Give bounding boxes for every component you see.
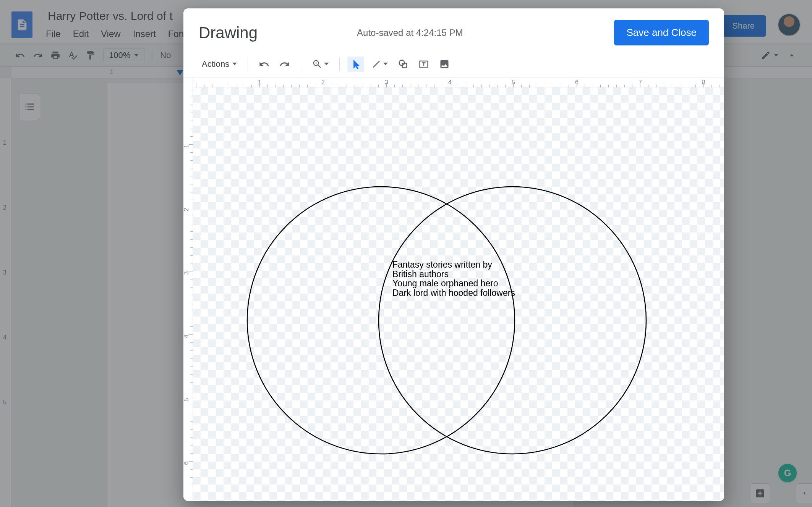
textbox-tool-button[interactable] bbox=[415, 57, 432, 72]
drawing-toolbar: Actions bbox=[183, 55, 724, 78]
shape-icon bbox=[398, 59, 408, 69]
save-and-close-button[interactable]: Save and Close bbox=[614, 20, 709, 45]
drawing-vertical-ruler[interactable]: 1 2 3 4 5 6 bbox=[183, 78, 193, 501]
redo-button[interactable] bbox=[276, 57, 293, 72]
ruler-mark: 4 bbox=[183, 335, 190, 338]
venn-intersection-text[interactable]: Fantasy stories written by British autho… bbox=[392, 260, 515, 297]
actions-menu[interactable]: Actions bbox=[199, 58, 240, 71]
drawing-canvas-area: 1 2 3 4 5 6 7 8 1 2 3 4 5 6 Fantasy stor… bbox=[183, 78, 724, 501]
chevron-down-icon bbox=[232, 63, 237, 65]
line-tool-button[interactable] bbox=[368, 57, 391, 72]
chevron-down-icon bbox=[383, 63, 388, 65]
toolbar-separator bbox=[339, 58, 340, 71]
image-icon bbox=[439, 59, 450, 69]
ruler-mark: 5 bbox=[183, 398, 190, 402]
ruler-mark: 1 bbox=[183, 145, 190, 148]
venn-circle-right[interactable] bbox=[379, 187, 646, 454]
undo-button[interactable] bbox=[256, 57, 272, 72]
toolbar-separator bbox=[301, 58, 301, 71]
shape-tool-button[interactable] bbox=[395, 57, 412, 72]
drawing-canvas[interactable]: Fantasy stories written by British autho… bbox=[193, 87, 724, 501]
drawing-dialog: Drawing Auto-saved at 4:24:15 PM Save an… bbox=[183, 8, 724, 501]
undo-icon bbox=[259, 59, 269, 69]
venn-circle-left[interactable] bbox=[247, 187, 515, 454]
toolbar-separator bbox=[248, 58, 248, 71]
image-tool-button[interactable] bbox=[436, 57, 453, 72]
autosave-status: Auto-saved at 4:24:15 PM bbox=[357, 27, 463, 38]
drawing-horizontal-ruler[interactable]: 1 2 3 4 5 6 7 8 bbox=[193, 78, 724, 87]
redo-icon bbox=[279, 59, 290, 69]
ruler-mark: 2 bbox=[183, 208, 190, 212]
ruler-mark: 3 bbox=[183, 271, 190, 275]
dialog-title: Drawing bbox=[199, 24, 258, 42]
chevron-down-icon bbox=[324, 63, 329, 65]
zoom-icon bbox=[312, 59, 323, 69]
select-tool-button[interactable] bbox=[347, 57, 364, 72]
save-and-close-label: Save and Close bbox=[626, 27, 697, 38]
line-icon bbox=[371, 59, 382, 69]
ruler-mark: 6 bbox=[183, 462, 190, 465]
actions-label: Actions bbox=[202, 59, 229, 69]
cursor-icon bbox=[350, 59, 361, 69]
dialog-header: Drawing Auto-saved at 4:24:15 PM Save an… bbox=[183, 8, 724, 55]
textbox-icon bbox=[418, 59, 429, 69]
zoom-button[interactable] bbox=[309, 57, 332, 72]
